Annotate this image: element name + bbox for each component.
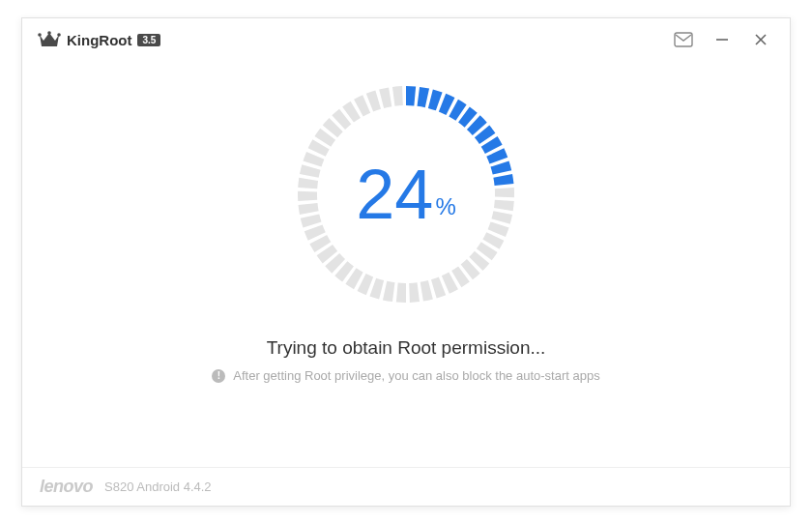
- crown-icon: [38, 31, 61, 48]
- progress-unit: %: [435, 193, 455, 220]
- app-name: KingRoot: [67, 32, 131, 48]
- hint-row: ! After getting Root privilege, you can …: [212, 368, 599, 383]
- feedback-button[interactable]: [668, 24, 699, 55]
- main-content: 24 % Trying to obtain Root permission...…: [22, 61, 790, 467]
- minimize-button[interactable]: [707, 24, 738, 55]
- app-logo: KingRoot 3.5: [38, 31, 160, 48]
- envelope-icon: [674, 32, 693, 47]
- footer: lenovo S820 Android 4.4.2: [22, 467, 790, 506]
- app-window: KingRoot 3.5: [21, 17, 791, 507]
- progress-center: 24 %: [290, 78, 522, 310]
- svg-point-0: [38, 33, 42, 37]
- close-button[interactable]: [745, 24, 776, 55]
- hint-text: After getting Root privilege, you can al…: [233, 368, 599, 383]
- progress-ring: 24 %: [290, 78, 522, 310]
- brand-logo: lenovo: [40, 477, 93, 497]
- svg-point-1: [47, 31, 51, 35]
- titlebar: KingRoot 3.5: [22, 18, 790, 61]
- status-message: Trying to obtain Root permission...: [267, 337, 546, 359]
- close-icon: [753, 32, 768, 47]
- progress-value: 24: [356, 160, 433, 229]
- minimize-icon: [714, 32, 730, 47]
- svg-point-2: [57, 33, 61, 37]
- info-icon: !: [212, 369, 225, 383]
- version-badge: 3.5: [137, 34, 160, 46]
- device-info: S820 Android 4.4.2: [104, 479, 212, 494]
- svg-rect-3: [675, 33, 692, 46]
